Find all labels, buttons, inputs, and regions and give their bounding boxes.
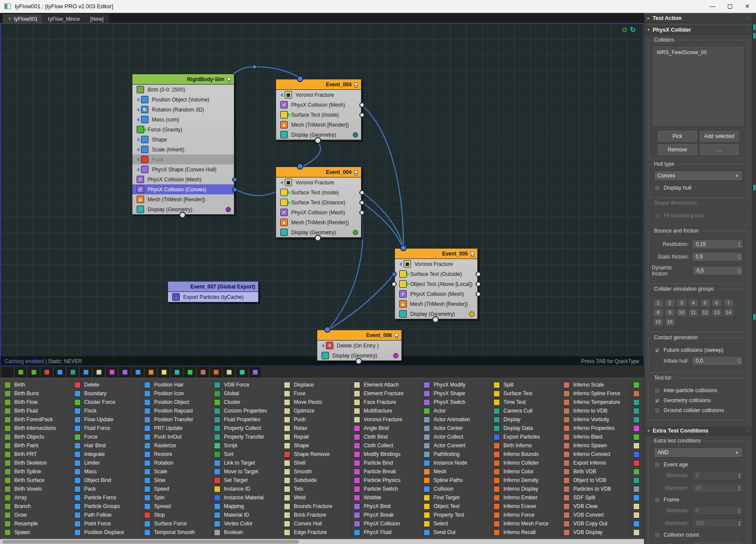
palette-item-physx-collision[interactable]: PhysX Collision — [352, 519, 421, 528]
sync-icon[interactable]: ↻ — [630, 27, 636, 33]
event-output-socket[interactable] — [432, 316, 439, 323]
tab-tyflow001[interactable]: ▼tyFlow001 — [3, 14, 43, 23]
wire[interactable] — [362, 105, 404, 246]
spinner-arrows-icon[interactable]: ▲▼ — [736, 358, 743, 364]
palette-item-inferno-recall[interactable]: Inferno Recall — [491, 528, 561, 537]
palette-item-voronoi-fracture[interactable]: Voronoi Fracture — [352, 415, 421, 424]
operator-mesh-trimesh-render[interactable]: ▲Mesh (TriMesh [Render]) — [132, 194, 234, 204]
sim-group-button-5[interactable]: 5 — [700, 299, 710, 307]
palette-item-scale[interactable]: Scale — [142, 467, 211, 476]
event-input-socket[interactable] — [297, 75, 303, 82]
filter-test-icon[interactable] — [158, 367, 169, 377]
palette-item-inferno-blast[interactable]: Inferno Blast — [561, 433, 631, 441]
palette-item-position-raycast[interactable]: Position Raycast — [142, 406, 211, 415]
palette-item-split[interactable]: Split — [491, 380, 561, 389]
spinner-arrows-icon[interactable]: ▲▼ — [736, 241, 743, 247]
operator-position-object-volume[interactable]: Position Object (Volume) — [132, 95, 234, 105]
operator-physx-collision-convex[interactable]: ✓PhysX Collision (Convex) — [132, 184, 234, 194]
palette-item-physx-bind[interactable]: PhysX Bind — [352, 502, 421, 511]
palette-item-physx-switch[interactable]: PhysX Switch — [421, 398, 491, 406]
palette-item-spawn[interactable]: Spawn — [2, 528, 72, 537]
node-header[interactable]: Event_005 — [395, 249, 477, 259]
palette-item-inferno-properties[interactable]: Inferno Properties — [561, 424, 631, 433]
palette-item-surface-test[interactable]: Surface Test — [491, 389, 561, 398]
palette-item-camera-cull[interactable]: Camera Cull — [491, 406, 561, 415]
palette-item-particle-break[interactable]: Particle Break — [352, 467, 421, 476]
palette-item-weld[interactable]: Weld — [282, 493, 351, 502]
node-event-007-global-export[interactable]: Event_007 (Global Export)→Export Particl… — [168, 281, 259, 302]
event-input-socket[interactable] — [400, 245, 407, 251]
collider-list[interactable]: WRS_FeedScrew_00 — [652, 46, 745, 127]
node-event-004[interactable]: Event_004▦Voronoi FractureSurface Test (… — [276, 167, 362, 238]
palette-item-time-test[interactable]: Time Test — [491, 398, 561, 406]
node-header[interactable]: Event_004 — [276, 167, 361, 177]
sim-group-button-3[interactable]: 3 — [677, 299, 687, 307]
node-event-006[interactable]: Event_006×Delete (On Entry )Display (Geo… — [317, 330, 402, 361]
palette-item-physx-break[interactable]: PhysX Break — [352, 511, 421, 519]
palette-item-stop[interactable]: Stop — [142, 511, 211, 519]
palette-item-resample[interactable]: Resample — [2, 519, 72, 528]
filter-position-icon[interactable] — [80, 367, 91, 377]
palette-item-object-to-vdb[interactable]: Object to VDB — [561, 476, 631, 485]
palette-item-modify-bindings[interactable]: Modify Bindings — [352, 450, 421, 459]
palette-item-birth[interactable]: Birth — [2, 380, 72, 389]
palette-item-export-particles[interactable]: Export Particles — [491, 433, 561, 441]
palette-item-send-out[interactable]: Send Out — [421, 528, 491, 537]
palette-item-slow[interactable]: Slow — [142, 476, 211, 485]
spinner-arrows-icon[interactable]: ▲▼ — [736, 254, 743, 260]
palette-item-inferno-bounds[interactable]: Inferno Bounds — [491, 450, 561, 459]
palette-item-instance-material[interactable]: Instance Material — [212, 493, 281, 502]
palette-item-actor[interactable]: Actor — [421, 406, 491, 415]
palette-item-inferno-connect[interactable]: Inferno Connect — [561, 450, 631, 459]
palette-item-cloth-bind[interactable]: Cloth Bind — [352, 433, 421, 441]
sim-group-button-8[interactable]: 8 — [653, 308, 664, 317]
palette-item[interactable] — [631, 441, 642, 450]
palette-item-script[interactable]: Script — [212, 441, 281, 450]
palette-item-boolean[interactable]: Boolean — [212, 528, 281, 537]
operator-surface-test-distance[interactable]: Surface Test (Distance) — [276, 197, 361, 207]
palette-item-vdb-copy-out[interactable]: VDB Copy Out — [561, 519, 631, 528]
palette-item-mesh[interactable]: Mesh — [421, 467, 491, 476]
palette-item-birth-surface[interactable]: Birth Surface — [2, 476, 72, 485]
palette-item[interactable] — [631, 502, 642, 511]
rollout-extra-test-conditions[interactable]: ▾ Extra Test Conditions ∷ — [644, 426, 752, 436]
palette-item-boundary[interactable]: Boundary — [72, 389, 141, 398]
frame-checkbox[interactable]: Frame — [654, 497, 744, 503]
collision-count-checkbox[interactable]: Collision count — [654, 532, 744, 538]
palette-item-surface-force[interactable]: Surface Force — [142, 519, 211, 528]
filter-binding-icon[interactable] — [106, 367, 117, 377]
palette-item-force[interactable]: Force — [72, 433, 141, 441]
restitutionspinner[interactable]: Restitution:0,15▲▼ — [652, 239, 743, 249]
palette-item-find-target[interactable]: Find Target — [421, 493, 491, 502]
display-color-dot[interactable] — [353, 132, 358, 138]
node-header[interactable]: Event_004 — [276, 79, 361, 90]
palette-item-birth-prt[interactable]: Birth PRT — [2, 450, 72, 459]
palette-item-rasterize[interactable]: Rasterize — [142, 441, 211, 450]
close-button[interactable]: ✕ — [739, 0, 756, 13]
palette-item-sdf-split[interactable]: SDF Split — [561, 493, 631, 502]
add-selected-button[interactable]: Add selected — [700, 131, 739, 141]
palette-item-vdb-display[interactable]: VDB Display — [561, 528, 631, 537]
operator-mesh-trimesh-render[interactable]: ▲Mesh (TriMesh [Render]) — [395, 299, 477, 309]
filter-inferno-icon[interactable] — [197, 367, 208, 377]
sim-group-button-7[interactable]: 7 — [723, 299, 734, 307]
inter-particle-collisions-checkbox[interactable]: Inter-particle collisions — [654, 387, 744, 393]
output-socket[interactable] — [359, 210, 365, 215]
palette-item-move-pivots[interactable]: Move Pivots — [282, 398, 351, 406]
palette-item-physx-fluid[interactable]: PhysX Fluid — [352, 528, 421, 537]
palette-item-shell[interactable]: Shell — [282, 459, 351, 467]
palette-item-cluster[interactable]: Cluster — [212, 398, 281, 406]
event-output-socket[interactable] — [355, 358, 362, 364]
output-socket[interactable] — [476, 272, 481, 277]
palette-item-actor-center[interactable]: Actor Center — [421, 424, 491, 433]
palette-item-displace[interactable]: Displace — [282, 380, 351, 389]
enable-bulb-icon[interactable] — [470, 252, 474, 256]
palette-item[interactable] — [631, 415, 642, 424]
palette-item-position-icon[interactable]: Position Icon — [142, 389, 211, 398]
palette-item-grow[interactable]: Grow — [2, 511, 72, 519]
palette-item-global[interactable]: Global — [212, 389, 281, 398]
operator-fuse[interactable]: Fuse — [132, 154, 234, 164]
output-socket[interactable] — [359, 200, 365, 205]
palette-item-inferno-temperature[interactable]: Inferno Temperature — [561, 398, 631, 406]
input-socket[interactable] — [391, 282, 397, 287]
